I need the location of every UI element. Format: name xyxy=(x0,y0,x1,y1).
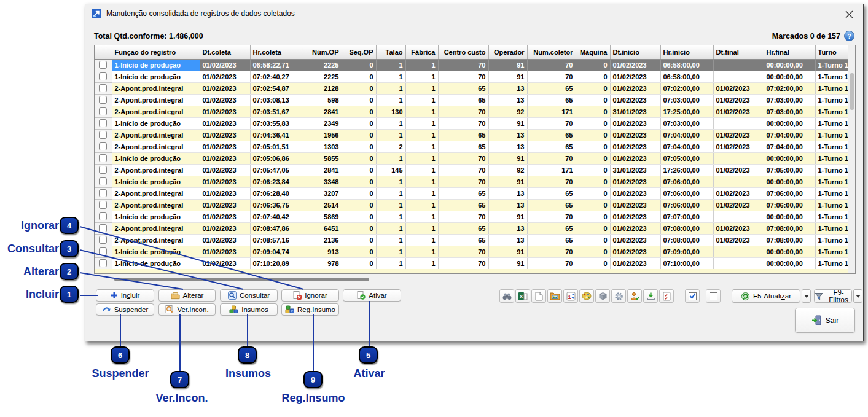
cell[interactable]: 1 xyxy=(405,106,438,117)
cell[interactable]: 1-Turno 1 xyxy=(815,152,849,164)
column-header[interactable]: Talão xyxy=(376,45,405,59)
cell[interactable]: 91 xyxy=(488,71,527,82)
cell[interactable]: 1-Turno 1 xyxy=(815,117,849,129)
cell[interactable]: 1 xyxy=(376,94,405,106)
cell[interactable]: 2841 xyxy=(303,164,342,176)
cell[interactable]: 01/02/2023 xyxy=(200,234,250,246)
cell[interactable]: 0 xyxy=(342,82,376,94)
table-row[interactable]: 1-Início de produção01/02/202307:05:06,8… xyxy=(95,152,849,164)
cell[interactable]: 91 xyxy=(488,176,527,187)
cell[interactable]: 1-Início de produção xyxy=(112,211,200,222)
row-checkbox[interactable] xyxy=(99,224,107,232)
cell[interactable]: 65 xyxy=(438,234,488,246)
cell[interactable]: 01/02/2023 xyxy=(713,187,764,199)
cell[interactable]: 07:08:00,00 xyxy=(764,222,815,234)
cell[interactable]: 1-Início de produção xyxy=(112,117,200,129)
cell[interactable]: 0 xyxy=(342,94,376,106)
row-select-cell[interactable] xyxy=(95,129,112,141)
cell[interactable]: 2-Apont.prod.integral xyxy=(112,82,200,94)
cell[interactable]: 1-Turno 1 xyxy=(815,187,849,199)
cell[interactable]: 01/02/2023 xyxy=(200,199,250,211)
cell[interactable]: 01/02/2023 xyxy=(200,94,250,106)
cell[interactable]: 07:04:00,00 xyxy=(764,141,815,152)
cell[interactable]: 1-Turno 1 xyxy=(815,141,849,152)
cell[interactable]: 01/02/2023 xyxy=(610,141,660,152)
cell[interactable]: 13 xyxy=(488,82,527,94)
cell[interactable]: 0 xyxy=(342,59,376,71)
cell[interactable] xyxy=(713,211,764,222)
cell[interactable]: 1-Turno 1 xyxy=(815,59,849,71)
cell[interactable]: 70 xyxy=(527,152,576,164)
cell[interactable]: 0 xyxy=(576,222,610,234)
palette-icon[interactable] xyxy=(579,289,594,303)
cell[interactable]: 65 xyxy=(527,187,576,199)
cell[interactable]: 1-Turno 1 xyxy=(815,94,849,106)
row-checkbox[interactable] xyxy=(99,72,107,80)
horizontal-scrollbar-thumb[interactable] xyxy=(114,278,369,281)
column-header[interactable]: Função do registro xyxy=(112,45,200,59)
cell[interactable]: 65 xyxy=(438,94,488,106)
cell[interactable]: 91 xyxy=(488,152,527,164)
row-checkbox[interactable] xyxy=(99,84,107,92)
cell[interactable]: 0 xyxy=(576,199,610,211)
cell[interactable]: 0 xyxy=(576,94,610,106)
cell[interactable]: 00:00:00,00 xyxy=(764,211,815,222)
cell[interactable]: 01/02/2023 xyxy=(713,141,764,152)
cell[interactable]: 1 xyxy=(376,222,405,234)
cell[interactable]: 1 xyxy=(376,152,405,164)
cell[interactable]: 65 xyxy=(438,199,488,211)
cell[interactable]: 01/02/2023 xyxy=(610,82,660,94)
cell[interactable]: 01/02/2023 xyxy=(200,59,250,71)
cell[interactable]: 13 xyxy=(488,222,527,234)
cell[interactable]: 2514 xyxy=(303,199,342,211)
cell[interactable]: 07:04:00,00 xyxy=(660,129,713,141)
row-select-cell[interactable] xyxy=(95,117,112,129)
cell[interactable]: 07:06:23,84 xyxy=(250,176,303,187)
cell[interactable]: 70 xyxy=(438,211,488,222)
cell[interactable]: 0 xyxy=(342,129,376,141)
cell[interactable]: 13 xyxy=(488,129,527,141)
gear-icon[interactable] xyxy=(611,289,626,303)
cell[interactable]: 0 xyxy=(342,246,376,257)
ativar-button[interactable]: Ativar xyxy=(343,289,401,302)
cell[interactable]: 01/02/2023 xyxy=(200,246,250,257)
row-select-cell[interactable] xyxy=(95,211,112,222)
column-header[interactable]: Dt.final xyxy=(713,45,764,59)
row-checkbox[interactable] xyxy=(99,142,107,150)
row-checkbox[interactable] xyxy=(99,201,107,209)
row-checkbox[interactable] xyxy=(99,61,107,69)
cell[interactable]: 0 xyxy=(576,176,610,187)
consultar-button[interactable]: Consultar xyxy=(220,289,278,302)
reg-insumo-button[interactable]: Reg.Insumo xyxy=(281,303,339,316)
cell[interactable]: 0 xyxy=(576,141,610,152)
cell[interactable]: 2-Apont.prod.integral xyxy=(112,141,200,152)
cell[interactable]: 01/02/2023 xyxy=(610,234,660,246)
cell[interactable]: 0 xyxy=(342,152,376,164)
cell[interactable]: 1 xyxy=(405,82,438,94)
cell[interactable]: 2349 xyxy=(303,117,342,129)
cell[interactable]: 0 xyxy=(342,199,376,211)
close-icon[interactable] xyxy=(842,8,856,20)
cell[interactable]: 70 xyxy=(527,211,576,222)
table-row[interactable]: 2-Apont.prod.integral01/02/202307:06:28,… xyxy=(95,187,849,199)
cell[interactable]: 01/02/2023 xyxy=(200,141,250,152)
cell[interactable]: 70 xyxy=(438,59,488,71)
cell[interactable]: 07:03:55,83 xyxy=(250,117,303,129)
cell[interactable]: 70 xyxy=(527,71,576,82)
row-checkbox[interactable] xyxy=(99,212,107,220)
cell[interactable]: 91 xyxy=(488,246,527,257)
f9-filters-button[interactable]: F9-Filtros xyxy=(814,289,852,303)
document-icon[interactable] xyxy=(531,289,546,303)
incluir-button[interactable]: Incluir xyxy=(96,289,154,302)
cell[interactable]: 2128 xyxy=(303,82,342,94)
cell[interactable]: 01/02/2023 xyxy=(610,176,660,187)
cell[interactable]: 1 xyxy=(376,211,405,222)
cell[interactable]: 1 xyxy=(405,246,438,257)
cell[interactable]: 1-Turno 1 xyxy=(815,211,849,222)
cell[interactable]: 92 xyxy=(488,106,527,117)
cell[interactable]: 07:02:00,00 xyxy=(660,82,713,94)
cell[interactable]: 70 xyxy=(438,117,488,129)
cell[interactable]: 01/02/2023 xyxy=(200,117,250,129)
cell[interactable]: 0 xyxy=(576,234,610,246)
cell[interactable]: 00:00:00,00 xyxy=(764,117,815,129)
